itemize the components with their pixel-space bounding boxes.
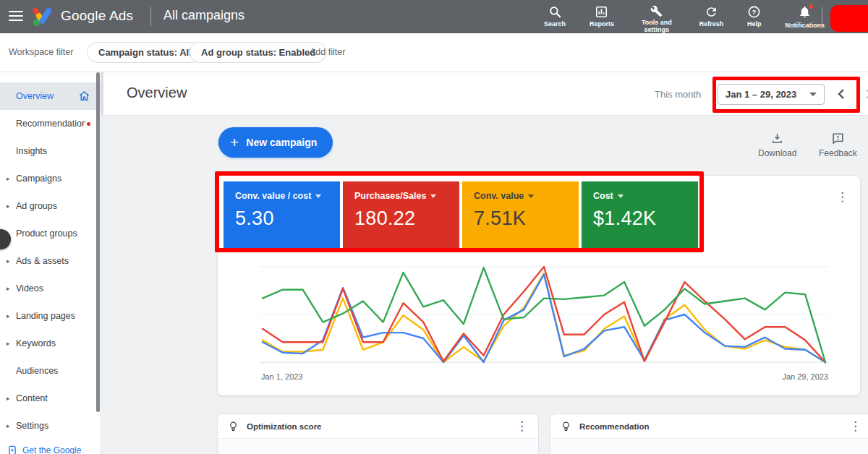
expand-arrow-icon[interactable]: ▸: [7, 202, 10, 210]
sidebar-item-overview[interactable]: Overview: [0, 82, 101, 110]
scorecard-0[interactable]: Conv. value / cost 5.30: [224, 181, 340, 248]
date-range-picker[interactable]: Jan 1 – 29, 2023: [718, 84, 825, 105]
scorecard-metric-label[interactable]: Conv. value / cost: [235, 191, 311, 201]
sidebar-item-label: Settings: [16, 421, 48, 431]
add-filter-button[interactable]: Add filter: [310, 47, 345, 57]
scorecard-value: 180.22: [354, 207, 459, 230]
help-button[interactable]: ? Help: [747, 3, 762, 33]
workspace-filter-label: Workspace filter: [9, 47, 73, 57]
topbar-actions: Search Reports Tools and settings Refres…: [544, 3, 825, 33]
expand-arrow-icon[interactable]: ▸: [7, 422, 10, 429]
sidebar-item-content[interactable]: ▸ Content: [0, 385, 101, 412]
card-body: [550, 439, 868, 454]
expand-arrow-icon[interactable]: ▸: [7, 340, 10, 347]
optimization-score-card: Optimization score ⋮: [217, 414, 539, 454]
current-page-title: All campaigns: [163, 8, 244, 23]
nav-list: Overview Recommendations Insights ▸ Camp…: [0, 72, 101, 454]
expand-arrow-icon[interactable]: ▸: [7, 175, 10, 182]
refresh-button[interactable]: Refresh: [699, 3, 724, 33]
ad-group-status-chip[interactable]: Ad group status: Enabled: [190, 42, 327, 63]
new-campaign-label: New campaign: [246, 137, 317, 148]
recommendations-alert-dot: [87, 122, 90, 126]
sidebar-item-recommendations[interactable]: Recommendations: [0, 110, 101, 137]
sidebar-item-label: Ad groups: [16, 201, 57, 211]
home-icon: [78, 90, 90, 102]
sidebar-scrollbar[interactable]: [96, 72, 100, 412]
notifications-button[interactable]: Notifications: [785, 3, 825, 33]
topbar-divider: [822, 7, 822, 26]
main-menu-icon[interactable]: [9, 11, 23, 22]
previous-period-button[interactable]: [835, 87, 849, 101]
feedback-button[interactable]: Feedback: [819, 132, 857, 158]
left-nav-sidebar: Overview Recommendations Insights ▸ Camp…: [0, 72, 101, 454]
lightbulb-icon: [228, 421, 239, 432]
reports-icon: [595, 5, 608, 19]
get-google-app-label: Get the Google: [22, 445, 81, 454]
get-google-app-link[interactable]: Get the Google: [0, 440, 101, 454]
card-title: Optimization score: [247, 422, 322, 431]
scorecard-value: 7.51K: [474, 207, 579, 230]
expand-arrow-icon[interactable]: ▸: [7, 285, 10, 292]
search-button[interactable]: Search: [544, 3, 566, 33]
topbar-divider: [150, 7, 151, 26]
sidebar-item-audiences[interactable]: Audiences: [0, 357, 101, 385]
scorecards-row: Conv. value / cost 5.30 Purchases/Sales …: [224, 181, 698, 248]
sidebar-item-insights[interactable]: Insights: [0, 137, 101, 165]
overflow-menu-icon[interactable]: ⋮: [516, 421, 528, 432]
tools-label: Tools and settings: [638, 19, 676, 33]
scorecard-metric-label[interactable]: Conv. value: [474, 191, 524, 201]
tools-and-settings-button[interactable]: Tools and settings: [638, 3, 676, 33]
sidebar-item-ads-assets[interactable]: ▸ Ads & assets: [0, 247, 101, 275]
x-axis-end-label: Jan 29, 2023: [782, 372, 828, 381]
brand-name: Google Ads: [61, 8, 133, 24]
campaign-status-chip[interactable]: Campaign status: All: [87, 42, 203, 63]
expand-arrow-icon[interactable]: ▸: [7, 312, 10, 320]
performance-line-chart[interactable]: [260, 261, 828, 368]
chevron-down-icon: [315, 194, 321, 198]
sidebar-item-settings[interactable]: ▸ Settings: [0, 412, 101, 440]
overflow-menu-icon[interactable]: ⋮: [849, 421, 861, 432]
recommendation-card: Recommendation ⋮: [550, 414, 868, 454]
scorecard-value: 5.30: [235, 207, 340, 230]
card-body: [218, 439, 538, 454]
refresh-label: Refresh: [699, 20, 724, 27]
chevron-down-icon: [618, 194, 624, 198]
sidebar-item-label: Product groups: [16, 228, 77, 239]
scorecard-3[interactable]: Cost $1.42K: [582, 181, 698, 248]
help-label: Help: [747, 20, 762, 27]
expand-arrow-icon[interactable]: ▸: [7, 257, 10, 265]
sidebar-item-campaigns[interactable]: ▸ Campaigns: [0, 165, 101, 192]
expand-arrow-icon[interactable]: ▸: [7, 395, 10, 402]
scorecard-1[interactable]: Purchases/Sales 180.22: [343, 181, 459, 248]
page-title: Overview: [127, 85, 187, 101]
top-app-bar: Google Ads All campaigns Search Reports …: [0, 0, 868, 33]
next-period-button[interactable]: [861, 87, 868, 101]
card-title: Recommendation: [579, 422, 650, 431]
chevron-down-icon: [528, 194, 534, 198]
feedback-label: Feedback: [819, 148, 857, 158]
sidebar-item-label: Keywords: [16, 338, 56, 348]
reports-button[interactable]: Reports: [590, 3, 614, 33]
search-label: Search: [544, 20, 566, 27]
lightbulb-icon: [561, 421, 571, 432]
mobile-app-icon: [7, 445, 17, 454]
chevron-down-icon: [430, 194, 436, 198]
sidebar-item-keywords[interactable]: ▸ Keywords: [0, 330, 101, 357]
scorecard-2[interactable]: Conv. value 7.51K: [462, 181, 579, 248]
x-axis-start-label: Jan 1, 2023: [261, 372, 303, 381]
overview-chart-card: ⋮ Conv. value / cost 5.30 Purchases/Sale…: [217, 175, 861, 396]
period-preset-label[interactable]: This month: [655, 89, 701, 100]
download-button[interactable]: Download: [758, 132, 796, 158]
help-icon: ?: [747, 5, 761, 19]
overflow-menu-icon[interactable]: ⋮: [836, 192, 848, 203]
notification-badge: [809, 4, 813, 9]
scorecard-metric-label[interactable]: Purchases/Sales: [354, 191, 426, 201]
sidebar-item-product-groups[interactable]: Product groups: [0, 220, 101, 247]
sidebar-item-videos[interactable]: ▸ Videos: [0, 275, 101, 302]
notifications-label: Notifications: [785, 22, 825, 29]
sidebar-item-landing-pages[interactable]: ▸ Landing pages: [0, 302, 101, 330]
scorecard-metric-label[interactable]: Cost: [593, 191, 613, 201]
sidebar-item-label: Content: [16, 393, 48, 403]
new-campaign-button[interactable]: + New campaign: [218, 127, 333, 158]
sidebar-item-ad-groups[interactable]: ▸ Ad groups: [0, 192, 101, 220]
